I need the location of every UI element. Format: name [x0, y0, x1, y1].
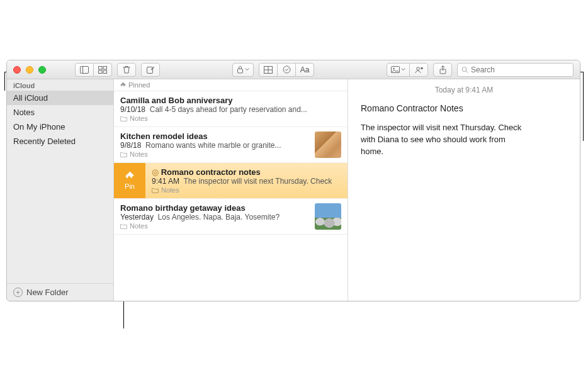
note-preview: 9/8/18 Romano wants white marble or gran…	[120, 141, 308, 150]
folder-icon	[120, 152, 127, 157]
pin-swipe-action[interactable]: Pin	[114, 163, 145, 198]
table-icon	[264, 66, 273, 74]
search-field[interactable]	[457, 63, 574, 77]
checklist-icon	[283, 65, 291, 74]
minimize-window-button[interactable]	[26, 66, 33, 74]
note-list: Pinned Camilla and Bob anniversary 9/10/…	[114, 79, 348, 301]
sidebar-item-label: Recently Deleted	[13, 137, 76, 146]
sidebar-item-recently-deleted[interactable]: Recently Deleted	[7, 134, 113, 149]
media-button[interactable]	[387, 63, 410, 77]
sidebar: iCloud All iCloud Notes On My iPhone Rec…	[7, 79, 114, 301]
table-button[interactable]	[259, 63, 278, 77]
note-row[interactable]: Camilla and Bob anniversary 9/10/18 Call…	[114, 91, 348, 127]
note-title: Romano birthday getaway ideas	[120, 203, 308, 213]
svg-line-18	[466, 70, 468, 72]
folder-icon	[120, 223, 127, 229]
note-preview: Yesterday Los Angeles. Napa. Baja. Yosem…	[120, 213, 308, 221]
note-folder: Notes	[120, 150, 308, 158]
window-controls	[13, 66, 46, 74]
note-timestamp: Today at 9:41 AM	[361, 86, 567, 94]
notes-window: Aa	[6, 60, 580, 301]
trash-icon	[123, 65, 130, 74]
new-folder-button[interactable]: + New Folder	[7, 283, 113, 301]
pinned-label: Pinned	[128, 81, 150, 89]
sidebar-item-label: All iCloud	[13, 93, 48, 103]
zoom-window-button[interactable]	[38, 66, 46, 74]
new-note-button[interactable]	[141, 63, 160, 77]
note-thumbnail	[315, 203, 341, 230]
add-people-icon	[414, 66, 424, 74]
note-row[interactable]: Romano birthday getaway ideas Yesterday …	[114, 199, 348, 235]
note-row[interactable]: Kitchen remodel ideas 9/8/18 Romano want…	[114, 127, 348, 163]
sidebar-item-all-icloud[interactable]: All iCloud	[7, 91, 113, 105]
lock-icon	[237, 65, 244, 74]
svg-rect-7	[238, 69, 243, 74]
note-folder: Notes	[120, 222, 308, 230]
folder-icon	[152, 188, 159, 193]
note-detail: Today at 9:41 AM Romano Contractor Notes…	[348, 79, 580, 301]
note-folder: Notes	[120, 115, 341, 122]
note-detail-title[interactable]: Romano Contractor Notes	[361, 103, 567, 113]
pin-icon	[125, 171, 135, 181]
svg-rect-0	[81, 66, 89, 73]
svg-rect-4	[99, 70, 103, 74]
photo-icon	[391, 66, 400, 73]
format-text-icon: Aa	[300, 65, 310, 74]
sidebar-icon	[80, 66, 89, 74]
close-window-button[interactable]	[13, 66, 21, 74]
sidebar-account-header: iCloud	[7, 79, 113, 91]
svg-point-11	[283, 66, 290, 73]
note-preview: 9/10/18 Call 4-5 days ahead for party re…	[120, 105, 341, 114]
note-preview: 9:41 AM The inspector will visit next Th…	[152, 177, 341, 186]
svg-point-14	[416, 67, 419, 70]
sidebar-item-label: Notes	[13, 108, 35, 117]
folder-icon	[120, 116, 127, 121]
sidebar-item-notes[interactable]: Notes	[7, 105, 113, 120]
sidebar-item-on-my-iphone[interactable]: On My iPhone	[7, 120, 113, 134]
note-thumbnail	[315, 132, 341, 158]
svg-rect-6	[147, 67, 152, 74]
new-folder-label: New Folder	[26, 288, 68, 297]
svg-point-15	[421, 67, 423, 69]
note-title: Kitchen remodel ideas	[120, 132, 308, 141]
search-input[interactable]	[471, 65, 569, 74]
svg-rect-5	[103, 70, 107, 74]
svg-rect-2	[99, 66, 103, 69]
search-icon	[461, 66, 468, 74]
toggle-sidebar-button[interactable]	[75, 63, 94, 77]
note-detail-body[interactable]: The inspector will visit next Thursday. …	[361, 122, 524, 158]
note-folder: Notes	[152, 186, 341, 194]
pin-icon	[120, 82, 126, 88]
delete-note-button[interactable]	[117, 63, 136, 77]
collaborate-button[interactable]	[409, 63, 428, 77]
svg-rect-3	[103, 66, 107, 69]
sidebar-item-label: On My iPhone	[13, 122, 65, 132]
chevron-down-icon	[245, 68, 249, 71]
note-row-selected[interactable]: Pin Romano contractor notes 9:41 AM The …	[114, 163, 348, 199]
note-title: Camilla and Bob anniversary	[120, 96, 341, 105]
compose-icon	[147, 65, 155, 74]
chevron-down-icon	[401, 68, 405, 71]
gallery-view-button[interactable]	[93, 63, 112, 77]
lock-button[interactable]	[232, 63, 254, 77]
grid-icon	[98, 66, 107, 74]
pinned-section-header: Pinned	[114, 79, 348, 91]
pin-action-label: Pin	[125, 182, 135, 190]
checklist-button[interactable]	[277, 63, 296, 77]
plus-circle-icon: +	[13, 288, 23, 297]
share-icon	[439, 65, 446, 74]
note-title: Romano contractor notes	[152, 167, 341, 177]
svg-point-13	[393, 68, 394, 69]
format-button[interactable]: Aa	[295, 63, 314, 77]
share-button[interactable]	[433, 63, 452, 77]
titlebar: Aa	[7, 60, 580, 79]
